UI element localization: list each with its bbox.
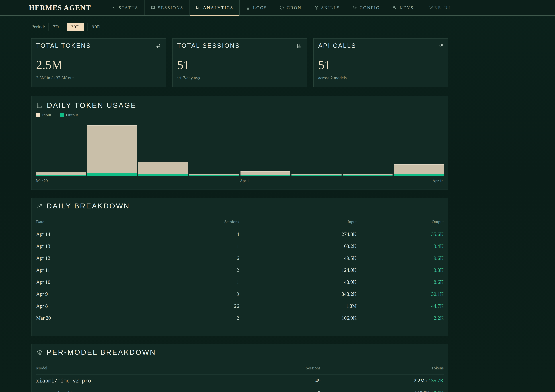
gear-icon [352,5,357,10]
daily-breakdown-panel: DAILY BREAKDOWN Date Sessions Input Outp… [31,198,448,336]
card-title: TOTAL TOKENS [36,42,91,49]
card-title: API CALLS [318,42,356,49]
tab-skills[interactable]: SKILLS [308,0,346,15]
daily-token-usage-panel: DAILY TOKEN USAGE Input Output Mar 20 Ap… [31,96,448,190]
usage-bar-apr-8 [87,125,137,176]
table-row: Apr 13 1 63.2K 3.4K [36,240,444,252]
top-nav: HERMES AGENT STATUS SESSIONS ANALYTICS L… [0,0,555,16]
tab-label: KEYS [400,5,414,10]
usage-bar-apr-9 [138,162,188,176]
tab-status[interactable]: STATUS [105,0,145,15]
section-title: DAILY BREAKDOWN [46,202,130,210]
table-row: Apr 14 4 274.8K 35.6K [36,228,444,240]
total-tokens-value: 2.5M [36,59,161,71]
analytics-page: Period: 7D 30D 90D TOTAL TOKENS 2.5M 2.3… [31,23,448,392]
usage-bar-apr-13 [343,174,393,176]
tab-label: STATUS [118,5,138,10]
table-row: Apr 9 9 343.2K 30.1K [36,288,444,300]
package-icon [314,5,319,10]
period-30d-button[interactable]: 30D [67,23,84,31]
period-90d-button[interactable]: 90D [88,23,105,31]
table-row: Mar 20 2 106.9K 2.2K [36,312,444,324]
bar-chart-icon [36,102,44,109]
period-selector: Period: 7D 30D 90D [31,23,448,31]
section-title: DAILY TOKEN USAGE [47,101,137,109]
usage-bar-apr-10 [189,174,239,176]
api-calls-subtitle: across 2 models [318,75,444,80]
section-title: PER-MODEL BREAKDOWN [46,348,156,356]
legend-input: Input [36,113,51,117]
period-label: Period: [31,24,45,30]
hash-icon [155,43,161,49]
api-calls-value: 51 [318,59,444,71]
x-tick-mid: Apr 11 [240,178,251,183]
tab-cron[interactable]: CRON [273,0,308,15]
bar-chart-icon [196,5,200,10]
activity-icon [111,5,116,10]
chat-bubble-icon [151,5,155,10]
tab-label: CRON [287,5,302,10]
stat-cards: TOTAL TOKENS 2.5M 2.3M in / 137.8K out T… [31,38,448,87]
total-tokens-card: TOTAL TOKENS 2.5M 2.3M in / 137.8K out [31,38,166,87]
tab-label: LOGS [253,5,267,10]
total-sessions-card: TOTAL SESSIONS 51 ~1.7/day avg [172,38,307,87]
tab-label: CONFIG [360,5,380,10]
tab-analytics[interactable]: ANALYTICS [190,0,240,15]
x-tick-first: Mar 20 [36,178,48,183]
x-axis-labels: Mar 20 Apr 11 Apr 14 [36,178,444,183]
app-logo: HERMES AGENT [0,0,105,15]
web-ui-link[interactable]: WEB UI [429,0,555,15]
table-row: openrouter/free 2 106.9K / 2.2K [36,387,444,392]
tab-label: SESSIONS [158,5,183,10]
period-7d-button[interactable]: 7D [49,23,63,31]
key-icon [392,5,397,10]
usage-bar-apr-11 [241,171,291,176]
bar-chart-icon [296,43,303,49]
table-row: Apr 8 26 1.3M 44.7K [36,300,444,312]
legend-output: Output [60,113,78,117]
usage-bar-mar-20 [36,172,86,176]
card-title: TOTAL SESSIONS [177,42,240,49]
trending-up-icon [438,43,444,49]
table-row: xiaomi/mimo-v2-pro 49 2.2M / 135.7K [36,375,444,387]
tab-label: SKILLS [321,5,340,10]
total-sessions-value: 51 [177,59,303,71]
output-swatch [60,113,64,117]
usage-bar-apr-14 [394,164,444,176]
cpu-icon [36,349,43,356]
tab-config[interactable]: CONFIG [346,0,386,15]
table-row: Apr 11 2 124.0K 3.8K [36,264,444,276]
usage-bar-apr-12 [292,174,342,176]
tab-sessions[interactable]: SESSIONS [145,0,190,15]
total-tokens-subtitle: 2.3M in / 137.8K out [36,75,161,80]
daily-usage-plot [36,122,444,176]
per-model-breakdown-panel: PER-MODEL BREAKDOWN Model Sessions Token… [31,344,448,392]
tab-label: ANALYTICS [203,5,233,10]
tab-logs[interactable]: LOGS [240,0,273,15]
trending-up-icon [36,202,43,209]
table-header: Model Sessions Tokens [36,360,444,375]
api-calls-card: API CALLS 51 across 2 models [314,38,448,87]
nav-tabs: STATUS SESSIONS ANALYTICS LOGS CRON [105,0,420,15]
document-icon [246,5,250,10]
total-sessions-subtitle: ~1.7/day avg [177,75,303,80]
tab-keys[interactable]: KEYS [386,0,420,15]
table-row: Apr 10 1 43.9K 8.6K [36,276,444,288]
input-swatch [36,113,40,117]
chart-legend: Input Output [31,109,448,117]
table-header: Date Sessions Input Output [36,214,444,228]
clock-icon [279,5,284,10]
table-row: Apr 12 6 49.5K 9.6K [36,252,444,264]
x-tick-last: Apr 14 [432,178,444,183]
